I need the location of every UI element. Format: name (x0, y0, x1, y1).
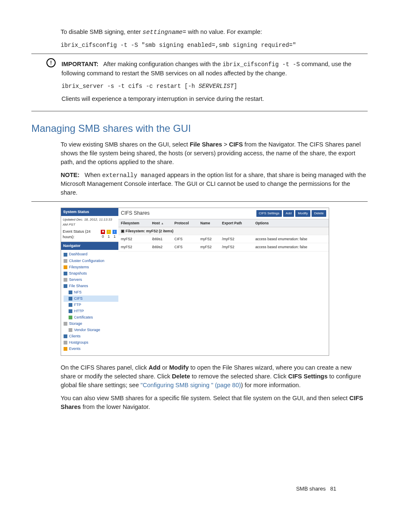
add-button[interactable]: Add (283, 210, 294, 217)
important-label: IMPORTANT: (61, 61, 98, 67)
nav-icon (69, 303, 72, 307)
gui-sidebar: System Status Updated Dec. 18, 2012, 11:… (61, 208, 118, 355)
gui-main-panel: CIFS Shares CIFS Settings Add Modify Del… (118, 208, 329, 355)
note-code: externally managed (102, 172, 165, 179)
nav-label: CIFS (74, 296, 83, 301)
col-options[interactable]: Options (253, 219, 329, 227)
para-specific-fs: You can also view SMB shares for a speci… (61, 394, 368, 411)
table-header-row: Filesystem Host ▲ Protocol Name Export P… (118, 219, 329, 227)
system-status-header: System Status (61, 208, 118, 216)
section-heading: Managing SMB shares with the GUI (31, 121, 368, 136)
nav-label: Vendor Storage (74, 327, 100, 333)
text: When (84, 172, 102, 178)
cifs-label: CIFS (229, 141, 243, 148)
nav-icon (69, 316, 72, 319)
configuring-smb-link[interactable]: "Configuring SMB signing " (page 80) (141, 382, 241, 388)
panel-buttons: CIFS Settings Add Modify Delete (256, 210, 326, 217)
navigator-list: DashboardCluster ConfigurationFilesystem… (61, 250, 118, 355)
nav-item-vendor-storage[interactable]: Vendor Storage (64, 327, 118, 333)
text: To disable SMB signing, enter (61, 28, 143, 35)
code-part: ibrix_server -s -t cifs -c restart [-h (61, 83, 199, 90)
table-row[interactable]: myFS2ib69s1CIFSmyFS2/myFS2access based e… (118, 235, 329, 243)
status-updated: Updated Dec. 18, 2012, 11:13:33 AM PST (61, 216, 118, 228)
table-cell: CIFS (172, 243, 198, 251)
note-block: NOTE: When externally managed appears in… (61, 171, 368, 197)
nav-label: Clients (69, 334, 81, 339)
table-cell: ib69s2 (150, 243, 172, 251)
nav-item-storage[interactable]: Storage (64, 321, 118, 327)
page-number: 81 (330, 486, 336, 492)
nav-icon (64, 259, 67, 263)
nav-label: Cluster Configuration (69, 258, 105, 264)
nav-icon (69, 297, 72, 301)
nav-item-events[interactable]: Events (64, 346, 118, 352)
table-row[interactable]: myFS2ib69s2CIFSmyFS2/myFS2access based e… (118, 243, 329, 251)
nav-item-filesystems[interactable]: Filesystems (64, 264, 118, 270)
table-cell: ib69s1 (150, 235, 172, 243)
table-cell: /myFS2 (220, 243, 253, 251)
nav-item-dashboard[interactable]: Dashboard (64, 251, 118, 257)
nav-item-servers[interactable]: Servers (64, 277, 118, 283)
nav-label: HTTP (74, 308, 84, 314)
nav-item-certificates[interactable]: Certificates (64, 314, 118, 321)
col-protocol[interactable]: Protocol (172, 219, 198, 227)
event-status-row: Event Status (24 hours): ✖ 0 ! 1 i 1 (61, 228, 118, 242)
nav-item-hostgroups[interactable]: Hostgroups (64, 339, 118, 346)
nav-label: NFS (74, 290, 82, 295)
shares-table: Filesystem Host ▲ Protocol Name Export P… (118, 219, 329, 252)
col-name[interactable]: Name (198, 219, 220, 227)
nav-icon (64, 265, 67, 269)
nav-item-cluster-configuration[interactable]: Cluster Configuration (64, 258, 118, 264)
important-icon: ! (46, 58, 56, 67)
table-cell: CIFS (172, 235, 198, 243)
text: ) for more information. (241, 382, 301, 388)
nav-item-http[interactable]: HTTP (64, 308, 118, 314)
table-body: ▣ Filesystem: myFS2 (2 items)myFS2ib69s1… (118, 227, 329, 251)
delete-button[interactable]: Delete (312, 210, 326, 217)
panel-title: CIFS Shares (121, 210, 150, 217)
warning-icon: ! (107, 230, 111, 234)
divider (31, 54, 368, 54)
col-export-path[interactable]: Export Path (220, 219, 253, 227)
table-group-row[interactable]: ▣ Filesystem: myFS2 (2 items) (118, 227, 329, 235)
error-icon: ✖ (101, 230, 105, 234)
footer-label: SMB shares (296, 486, 326, 492)
nav-item-nfs[interactable]: NFS (64, 289, 118, 296)
nav-label: File Shares (69, 283, 88, 289)
cifs-settings-button[interactable]: CIFS Settings (256, 210, 282, 217)
table-cell: /myFS2 (220, 235, 253, 243)
important-text: IMPORTANT: After making configuration ch… (61, 60, 368, 77)
restart-code: ibrix_server -s -t cifs -c restart [-h S… (61, 82, 368, 90)
text: from the lower Navigator. (81, 403, 150, 410)
nav-item-ftp[interactable]: FTP (64, 302, 118, 308)
nav-item-cifs[interactable]: CIFS (64, 296, 118, 302)
add-label: Add (148, 364, 160, 371)
code-part: ] (234, 83, 237, 90)
nav-label: Certificates (74, 315, 93, 320)
event-icons: ✖ 0 ! 1 i 1 (101, 230, 117, 239)
table-cell: myFS2 (118, 235, 150, 243)
nav-label: Events (69, 346, 81, 352)
delete-label: Delete (172, 373, 190, 380)
warning-count: 1 (107, 234, 111, 239)
modify-label: Modify (169, 364, 189, 371)
text: > (222, 141, 229, 148)
nav-icon (69, 309, 72, 313)
nav-icon (64, 284, 67, 288)
disable-signing-intro: To disable SMB signing, enter settingnam… (61, 28, 368, 37)
nav-label: Dashboard (69, 252, 87, 257)
para-panel-actions: On the CIFS Shares panel, click Add or M… (61, 363, 368, 390)
text: with no value. For example: (186, 28, 262, 35)
nav-label: FTP (74, 302, 81, 308)
col-filesystem[interactable]: Filesystem (118, 219, 150, 227)
nav-item-snapshots[interactable]: Snapshots (64, 270, 118, 277)
modify-button[interactable]: Modify (295, 210, 310, 217)
info-icon: i (113, 230, 117, 234)
nav-item-file-shares[interactable]: File Shares (64, 283, 118, 289)
important-after: Clients will experience a temporary inte… (61, 95, 368, 103)
text: To view existing SMB shares on the GUI, … (61, 141, 190, 148)
col-host[interactable]: Host ▲ (150, 219, 172, 227)
group-cell: ▣ Filesystem: myFS2 (2 items) (118, 227, 329, 235)
nav-item-clients[interactable]: Clients (64, 333, 118, 339)
text: You can also view SMB shares for a speci… (61, 395, 349, 401)
